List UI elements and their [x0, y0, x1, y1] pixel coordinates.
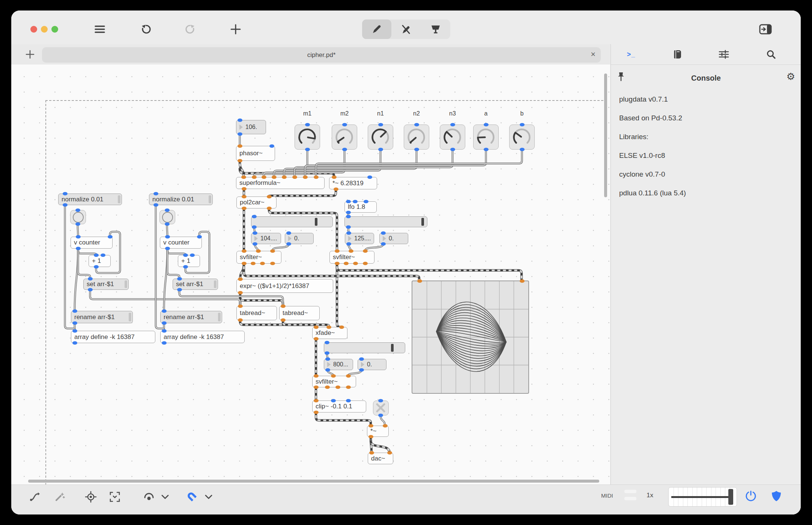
- control-inlet[interactable]: [346, 231, 351, 235]
- patch-cable[interactable]: [244, 264, 419, 280]
- knob-n2[interactable]: [404, 124, 429, 150]
- edit-mode-button[interactable]: [362, 20, 391, 39]
- object-vcounter-1[interactable]: v counter: [71, 237, 113, 249]
- control-inlet[interactable]: [165, 208, 170, 212]
- control-inlet[interactable]: [162, 329, 167, 333]
- patch-cable[interactable]: [78, 249, 96, 255]
- patch-canvas[interactable]: 106.phasor~m1m2n1n2n3absuperformula~*~ 6…: [11, 64, 610, 484]
- control-inlet[interactable]: [286, 231, 291, 235]
- close-window-button[interactable]: [30, 26, 37, 33]
- control-inlet[interactable]: [484, 123, 489, 126]
- numbox-0-a[interactable]: 0.: [285, 233, 314, 244]
- toggle-1[interactable]: [373, 400, 389, 416]
- control-outlet[interactable]: [88, 288, 93, 291]
- control-inlet[interactable]: [364, 200, 368, 203]
- control-inlet[interactable]: [346, 200, 351, 203]
- control-inlet[interactable]: [63, 192, 68, 195]
- slider-thumb[interactable]: [391, 344, 394, 352]
- control-outlet[interactable]: [286, 242, 291, 246]
- patch-cable[interactable]: [167, 249, 185, 255]
- signal-outlet[interactable]: [314, 386, 319, 389]
- patch-cable[interactable]: [283, 320, 329, 327]
- control-inlet[interactable]: [72, 329, 77, 333]
- bang-2[interactable]: [159, 210, 175, 224]
- numbox-125[interactable]: 125....: [345, 233, 374, 244]
- control-outlet[interactable]: [162, 321, 167, 325]
- signal-outlet[interactable]: [346, 386, 351, 389]
- signal-inlet[interactable]: [303, 176, 308, 179]
- console-tab[interactable]: >_: [621, 46, 642, 62]
- control-outlet[interactable]: [76, 247, 81, 250]
- patch-cable[interactable]: [337, 264, 341, 327]
- signal-inlet[interactable]: [238, 304, 243, 308]
- control-inlet[interactable]: [450, 123, 455, 126]
- bang-1[interactable]: [70, 210, 86, 224]
- control-outlet[interactable]: [484, 148, 489, 151]
- signal-outlet[interactable]: [242, 262, 247, 265]
- signal-inlet[interactable]: [238, 278, 243, 281]
- signal-outlet[interactable]: [251, 262, 256, 265]
- control-inlet[interactable]: [378, 123, 383, 126]
- signal-inlet[interactable]: [256, 249, 261, 253]
- control-outlet[interactable]: [72, 341, 77, 345]
- message-set-1[interactable]: set arr-$1: [83, 279, 129, 290]
- slider-1[interactable]: [251, 216, 333, 227]
- control-outlet[interactable]: [162, 341, 167, 345]
- control-inlet[interactable]: [252, 215, 257, 218]
- message-rename-1[interactable]: rename arr-$1: [71, 311, 133, 323]
- knob-dial[interactable]: [474, 125, 498, 149]
- patch-cable[interactable]: [272, 244, 289, 251]
- patch-cable[interactable]: [316, 412, 371, 426]
- control-inlet[interactable]: [94, 254, 99, 257]
- panel-toggle-icon[interactable]: [756, 20, 775, 39]
- control-inlet[interactable]: [238, 118, 242, 122]
- control-inlet[interactable]: [88, 277, 93, 280]
- parameters-tab[interactable]: [713, 46, 734, 62]
- object-tabread-2[interactable]: tabread~: [279, 306, 320, 320]
- search-tab[interactable]: [761, 46, 782, 62]
- numbox-0-b[interactable]: 0.: [379, 233, 408, 244]
- control-inlet[interactable]: [269, 144, 274, 148]
- menu-icon[interactable]: [90, 20, 110, 39]
- control-outlet[interactable]: [325, 368, 330, 372]
- fit-zoom-icon[interactable]: [107, 490, 122, 504]
- signal-outlet[interactable]: [314, 411, 319, 414]
- object-clip[interactable]: clip~ -0.1 0.1: [312, 400, 366, 412]
- knob-n3[interactable]: [440, 124, 465, 150]
- object-dac[interactable]: dac~: [368, 453, 393, 464]
- control-outlet[interactable]: [359, 368, 364, 372]
- patch-cable[interactable]: [371, 441, 389, 453]
- control-inlet[interactable]: [414, 123, 419, 126]
- shield-icon[interactable]: [769, 489, 784, 503]
- signal-inlet[interactable]: [314, 326, 319, 329]
- signal-outlet[interactable]: [325, 386, 330, 389]
- control-inlet[interactable]: [162, 309, 167, 313]
- control-inlet[interactable]: [346, 215, 351, 218]
- control-outlet[interactable]: [346, 242, 351, 246]
- signal-inlet[interactable]: [383, 424, 388, 428]
- signal-inlet[interactable]: [282, 176, 287, 179]
- signal-outlet[interactable]: [260, 262, 265, 265]
- slider-2[interactable]: [344, 216, 427, 227]
- signal-outlet[interactable]: [363, 262, 368, 265]
- patch-cable[interactable]: [316, 150, 522, 177]
- new-tab-button[interactable]: [25, 49, 35, 60]
- knob-m1[interactable]: [295, 124, 320, 150]
- signal-inlet[interactable]: [363, 249, 368, 253]
- signal-inlet[interactable]: [314, 399, 319, 402]
- control-outlet[interactable]: [346, 211, 351, 214]
- snap-magnet-icon[interactable]: [185, 490, 200, 504]
- knob-dial[interactable]: [440, 125, 465, 149]
- control-outlet[interactable]: [183, 265, 188, 268]
- object-tabread-1[interactable]: tabread~: [236, 306, 277, 320]
- signal-outlet[interactable]: [242, 187, 247, 190]
- control-inlet[interactable]: [325, 357, 330, 361]
- control-outlet[interactable]: [252, 225, 257, 229]
- message-normalize-2[interactable]: normalize 0.01: [149, 194, 213, 205]
- message-normalize-1[interactable]: normalize 0.01: [58, 194, 122, 205]
- numbox-104[interactable]: 104....: [251, 233, 281, 244]
- control-outlet[interactable]: [520, 148, 525, 151]
- canvas-vertical-scrollbar[interactable]: [604, 74, 607, 197]
- signal-inlet[interactable]: [349, 249, 353, 253]
- signal-inlet[interactable]: [520, 279, 525, 283]
